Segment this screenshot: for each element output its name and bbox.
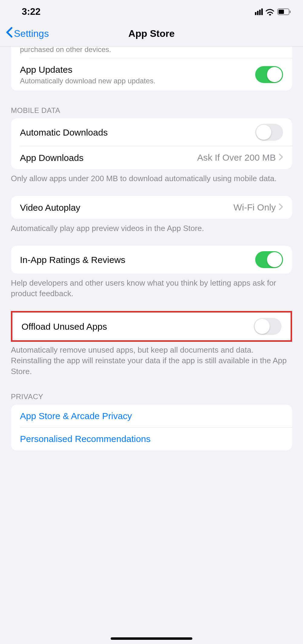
video-autoplay-value: Wi-Fi Only [233,202,276,213]
video-autoplay-title: Video Autoplay [20,202,233,213]
personalised-recommendations-title: Personalised Recommendations [20,433,283,445]
status-time: 3:22 [22,6,41,17]
mobile-data-header: MOBILE DATA [0,103,303,118]
nav-bar: Settings App Store [0,21,303,46]
video-autoplay-footer: Automatically play app preview videos in… [0,219,303,234]
chevron-right-icon [279,152,283,163]
cellular-signal-icon [255,8,263,15]
chevron-right-icon [279,202,283,213]
automatic-downloads-group-partial: purchased on other devices. App Updates … [11,46,292,91]
offload-unused-apps-row[interactable]: Offload Unused Apps [12,312,291,340]
in-app-ratings-footer: Help developers and other users know wha… [0,274,303,299]
offload-footer: Automatically remove unused apps, but ke… [0,342,303,376]
app-store-arcade-privacy-row[interactable]: App Store & Arcade Privacy [11,405,292,428]
back-label: Settings [14,28,49,39]
app-updates-row[interactable]: App Updates Automatically download new a… [11,58,292,91]
automatic-downloads-row[interactable]: Automatic Downloads [11,118,292,146]
app-downloads-value: Ask If Over 200 MB [197,152,276,163]
video-autoplay-row[interactable]: Video Autoplay Wi-Fi Only [11,196,292,219]
app-updates-title: App Updates [20,64,255,75]
app-store-arcade-privacy-title: App Store & Arcade Privacy [20,410,283,422]
in-app-ratings-toggle[interactable] [255,251,283,268]
svg-rect-2 [290,11,291,13]
offload-unused-apps-toggle[interactable] [254,318,282,335]
page-title: App Store [6,28,297,39]
personalised-recommendations-row[interactable]: Personalised Recommendations [11,428,292,450]
partial-cut-subtitle: purchased on other devices. [11,46,292,58]
privacy-header: PRIVACY [0,389,303,405]
in-app-ratings-title: In-App Ratings & Reviews [20,254,255,266]
app-downloads-title: App Downloads [20,152,197,164]
mobile-data-footer: Only allow apps under 200 MB to download… [0,169,303,184]
offload-highlight-annotation: Offload Unused Apps [11,311,292,342]
wifi-icon [266,8,274,15]
offload-unused-apps-title: Offload Unused Apps [21,321,254,332]
automatic-downloads-toggle[interactable] [255,124,283,141]
in-app-ratings-row[interactable]: In-App Ratings & Reviews [11,246,292,274]
chevron-left-icon [6,27,13,41]
back-button[interactable]: Settings [6,27,49,41]
home-indicator[interactable] [111,637,192,640]
app-downloads-row[interactable]: App Downloads Ask If Over 200 MB [11,146,292,169]
status-bar: 3:22 [0,0,303,21]
svg-rect-1 [279,10,284,14]
battery-icon [277,8,291,15]
app-updates-toggle[interactable] [255,66,283,83]
app-updates-subtitle: Automatically download new app updates. [20,77,255,85]
status-icons [255,8,291,15]
automatic-downloads-title: Automatic Downloads [20,127,255,138]
